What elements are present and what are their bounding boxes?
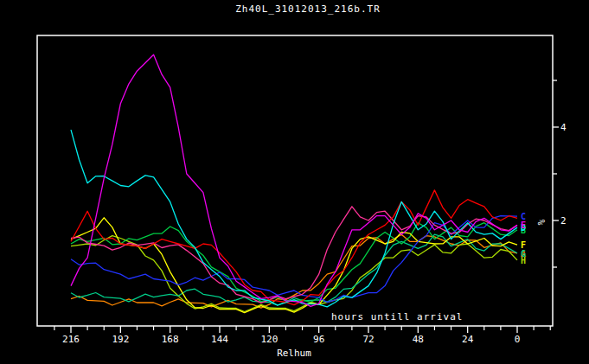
x-axis-tick-label: 72 xyxy=(362,334,374,345)
x-axis-ticks: 216192168144120967248240 xyxy=(54,326,550,345)
x-axis-tick-label: 192 xyxy=(112,334,129,345)
series-letter-member-E: E xyxy=(521,220,526,230)
x-axis-tick-label: 24 xyxy=(462,334,474,345)
y-axis-tick-label: 4 xyxy=(560,122,567,133)
series-line-member-D xyxy=(71,130,517,307)
x-axis-tick-label: 120 xyxy=(260,334,278,345)
series-member-letters: AHGBFCDE xyxy=(521,212,526,265)
x-axis-annotation: hours untill arrival xyxy=(331,311,463,322)
chart-title: Zh40L_31012013_216b.TR xyxy=(235,3,381,15)
plot-frame xyxy=(37,35,553,326)
plot-canvas: Zh40L_31012013_216b.TR 21619216814412096… xyxy=(0,0,589,364)
x-axis-tick-label: 0 xyxy=(515,334,521,345)
y-axis-ticks: 42 xyxy=(553,80,567,267)
series-line-member-red xyxy=(71,190,517,305)
x-axis-tick-label: 96 xyxy=(313,334,324,345)
x-axis-tick-label: 48 xyxy=(413,334,424,345)
y-axis-unit-label: % xyxy=(535,220,547,226)
x-axis-label: Relhum xyxy=(277,348,311,359)
series-lines xyxy=(71,54,517,312)
y-axis-tick-label: 2 xyxy=(560,215,567,227)
x-axis-tick-label: 216 xyxy=(62,334,80,345)
x-axis-tick-label: 144 xyxy=(211,334,228,345)
series-letter-member-F: F xyxy=(521,240,526,250)
plot-window: Zh40L_31012013_216b.TR 21619216814412096… xyxy=(0,0,589,364)
series-letter-member-G: G xyxy=(521,249,526,259)
x-axis-tick-label: 168 xyxy=(162,334,179,345)
series-line-member-F xyxy=(71,218,517,313)
